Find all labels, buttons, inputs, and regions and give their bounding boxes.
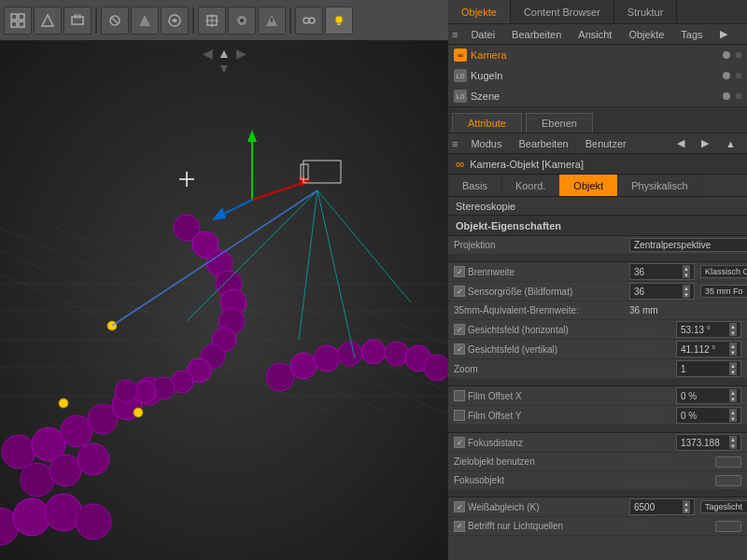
tool-btn-2[interactable]: [34, 7, 62, 35]
prop-dots-13: · · · · ·: [626, 522, 712, 531]
attr-arrow-right[interactable]: ▶: [694, 135, 716, 151]
menu-arrow-right[interactable]: ▶: [712, 26, 735, 42]
prop-sensorgroesse-extra[interactable]: 35 mm Fo: [700, 285, 747, 298]
object-item-szene[interactable]: L0 Szene: [448, 86, 747, 106]
tab-objekte[interactable]: Objekte: [448, 0, 511, 23]
menu-ansicht[interactable]: Ansicht: [571, 27, 619, 42]
tool-btn-10[interactable]: [295, 7, 323, 35]
spin-fokusdistanz[interactable]: ▲ ▼: [729, 436, 737, 449]
spin-up-8[interactable]: ▲: [729, 436, 737, 442]
object-item-kamera[interactable]: ∞ Kamera: [448, 45, 747, 65]
subtab-koord[interactable]: Koord.: [501, 175, 559, 196]
prop-fokusdistanz-value[interactable]: 1373.188 ▲ ▼: [676, 434, 741, 451]
spin-down-9[interactable]: ▼: [683, 507, 690, 513]
checkbox-betrifft[interactable]: [454, 521, 465, 532]
spin-up-5[interactable]: ▲: [729, 362, 737, 369]
tab-ebenen[interactable]: Ebenen: [526, 113, 593, 133]
checkbox-sensor[interactable]: [454, 286, 465, 297]
checkbox-weiss[interactable]: [454, 501, 465, 512]
spin-weiss[interactable]: ▲ ▼: [683, 500, 690, 513]
prop-zielobjekt: Zielobjekt benutzen · · · · · · · · · ·: [448, 453, 747, 471]
svg-line-8: [111, 17, 119, 24]
spin-down-2[interactable]: ▼: [683, 291, 690, 298]
viewport[interactable]: ▲ ◀ ▶ ▼: [0, 41, 448, 560]
tool-btn-7[interactable]: [198, 7, 226, 35]
spin-down-6[interactable]: ▼: [729, 396, 737, 402]
prop-gfv-value[interactable]: 41.112 ° ▲ ▼: [676, 341, 741, 357]
prop-dots-10: · · · · · · · · · ·: [626, 457, 712, 467]
spin-zoom[interactable]: ▲ ▼: [729, 362, 737, 375]
checkbox-gfv[interactable]: [454, 343, 465, 355]
attr-arrow-left[interactable]: ◀: [669, 135, 692, 151]
checkbox-gfh[interactable]: [454, 324, 465, 335]
prop-brennweite-extra[interactable]: Klassisch C: [700, 265, 747, 278]
toggle-zielobjekt[interactable]: [715, 456, 741, 468]
attr-up[interactable]: ▲: [718, 136, 743, 151]
prop-gfh-value[interactable]: 53.13 ° ▲ ▼: [676, 321, 741, 338]
attr-menu: ≡ Modus Bearbeiten Benutzer ◀ ▶ ▲: [448, 133, 747, 154]
menu-objekte[interactable]: Objekte: [621, 27, 671, 42]
svg-text:◀: ◀: [203, 46, 213, 61]
checkbox-film-y[interactable]: [454, 410, 465, 421]
spin-down-8[interactable]: ▼: [729, 442, 737, 449]
menu-datei[interactable]: Datei: [463, 27, 502, 42]
tool-btn-bulb[interactable]: [325, 7, 353, 35]
toggle-betrifft[interactable]: [715, 521, 741, 532]
attr-modus[interactable]: Modus: [463, 136, 509, 151]
spin-down-4[interactable]: ▼: [729, 349, 737, 356]
spin-film-y[interactable]: ▲ ▼: [729, 409, 737, 422]
prop-zoom-value[interactable]: 1 ▲ ▼: [676, 360, 741, 377]
prop-weissabgleich-extra[interactable]: Tageslicht: [700, 500, 747, 513]
spin-up-6[interactable]: ▲: [729, 389, 737, 396]
prop-sensorgroesse-value[interactable]: 36 ▲ ▼: [629, 283, 695, 300]
tool-btn-1[interactable]: [4, 7, 32, 35]
spin-up-2[interactable]: ▲: [683, 285, 690, 291]
svg-point-56: [290, 353, 317, 379]
toggle-fokusobjekt[interactable]: [715, 475, 741, 486]
prop-projektion-value[interactable]: Zentralperspektive: [629, 238, 747, 252]
spin-film-x[interactable]: ▲ ▼: [729, 389, 737, 402]
prop-film-x-value[interactable]: 0 % ▲ ▼: [676, 387, 741, 404]
prop-weissabgleich-value[interactable]: 6500 ▲ ▼: [629, 498, 695, 515]
attr-benutzer[interactable]: Benutzer: [578, 136, 634, 151]
prop-brennweite-value[interactable]: 36 ▲ ▼: [629, 263, 695, 280]
tool-btn-5[interactable]: [131, 7, 159, 35]
tab-struktur[interactable]: Struktur: [614, 0, 678, 23]
svg-text:▶: ▶: [236, 46, 247, 61]
prop-film-y-value[interactable]: 0 % ▲ ▼: [676, 407, 741, 424]
spin-gfv[interactable]: ▲ ▼: [729, 343, 737, 356]
tool-btn-9[interactable]: [258, 7, 286, 35]
tool-btn-8[interactable]: [228, 7, 256, 35]
tab-content-browser[interactable]: Content Browser: [511, 0, 614, 23]
attr-bearbeiten[interactable]: Bearbeiten: [511, 136, 575, 151]
checkbox-film-x[interactable]: [454, 390, 465, 401]
object-icon-szene: L0: [454, 90, 467, 103]
subtab-objekt[interactable]: Objekt: [559, 175, 617, 196]
checkbox-fokusdistanz[interactable]: [454, 437, 465, 448]
spin-down-3[interactable]: ▼: [729, 329, 737, 336]
subtab-basis[interactable]: Basis: [448, 175, 501, 196]
checkbox-brennweite[interactable]: [454, 266, 465, 277]
spin-up-7[interactable]: ▲: [729, 409, 737, 415]
spin-up-4[interactable]: ▲: [729, 343, 737, 349]
svg-text:▲: ▲: [218, 46, 231, 61]
subtab-physikalisch[interactable]: Physikalisch: [617, 175, 702, 196]
spin-gfh[interactable]: ▲ ▼: [729, 323, 737, 336]
spin-down[interactable]: ▼: [683, 272, 690, 278]
spin-down-5[interactable]: ▼: [729, 369, 737, 375]
tool-btn-3[interactable]: [63, 7, 92, 35]
object-dot2-szene: [736, 93, 741, 99]
svg-rect-20: [337, 23, 341, 25]
tool-btn-4[interactable]: [101, 7, 129, 35]
spin-up-9[interactable]: ▲: [683, 500, 690, 507]
spin-brennweite[interactable]: ▲ ▼: [683, 265, 690, 278]
spin-up[interactable]: ▲: [683, 265, 690, 272]
object-item-kugeln[interactable]: L0 Kugeln: [448, 65, 747, 86]
tab-attribute[interactable]: Attribute: [452, 113, 522, 133]
tool-btn-6[interactable]: [161, 7, 189, 35]
spin-up-3[interactable]: ▲: [729, 323, 737, 329]
menu-bearbeiten[interactable]: Bearbeiten: [504, 27, 569, 42]
spin-down-7[interactable]: ▼: [729, 415, 737, 422]
spin-sensor[interactable]: ▲ ▼: [683, 285, 690, 298]
menu-tags[interactable]: Tags: [673, 27, 710, 42]
